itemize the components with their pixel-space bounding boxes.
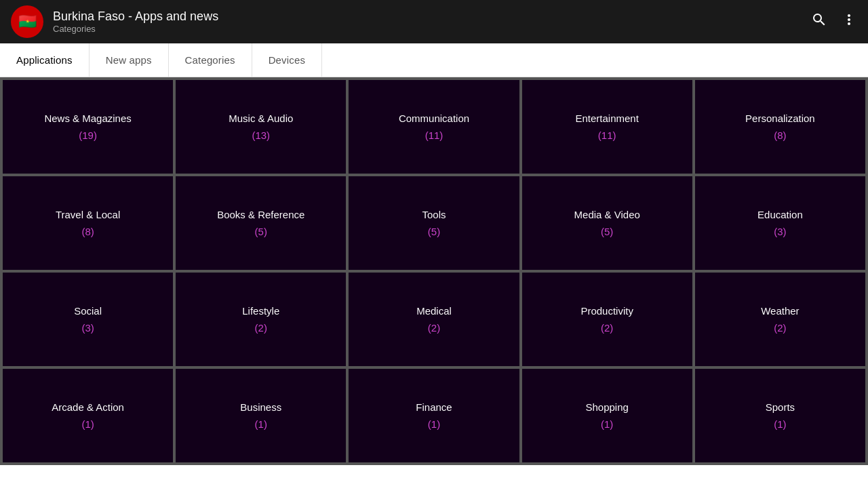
- app-logo: 🇧🇫: [11, 5, 43, 38]
- category-name: News & Magazines: [44, 113, 131, 124]
- category-card[interactable]: Personalization(8): [695, 80, 865, 174]
- category-count: (1): [601, 418, 613, 430]
- tab-new-apps[interactable]: New apps: [90, 43, 169, 77]
- category-name: Medical: [416, 305, 452, 317]
- header-title-block: Burkina Faso - Apps and news Categories: [53, 9, 218, 34]
- category-card[interactable]: Lifestyle(2): [176, 273, 346, 366]
- category-name: Tools: [422, 209, 446, 220]
- category-card[interactable]: Books & Reference(5): [176, 176, 346, 270]
- category-name: Weather: [761, 305, 799, 317]
- app-title: Burkina Faso - Apps and news: [53, 9, 218, 24]
- nav-tabs: Applications New apps Categories Devices: [0, 43, 868, 77]
- tab-applications[interactable]: Applications: [0, 43, 90, 77]
- category-card[interactable]: Productivity(2): [522, 273, 692, 366]
- category-name: Finance: [416, 401, 452, 413]
- category-name: Shopping: [585, 401, 628, 413]
- category-name: Travel & Local: [56, 209, 120, 220]
- category-count: (1): [255, 418, 267, 430]
- category-count: (3): [774, 226, 786, 237]
- category-count: (1): [428, 418, 440, 430]
- category-name: Media & Video: [574, 209, 640, 220]
- category-card[interactable]: Communication(11): [349, 80, 519, 174]
- category-name: Communication: [399, 113, 469, 124]
- category-card[interactable]: Tools(5): [349, 176, 519, 270]
- category-name: Education: [757, 209, 803, 220]
- category-count: (2): [774, 322, 786, 334]
- category-count: (1): [81, 418, 94, 430]
- app-subtitle: Categories: [53, 24, 218, 34]
- category-count: (5): [428, 226, 440, 237]
- category-card[interactable]: Media & Video(5): [522, 176, 692, 270]
- category-count: (13): [252, 129, 270, 141]
- category-card[interactable]: News & Magazines(19): [3, 80, 173, 174]
- category-name: Music & Audio: [229, 113, 293, 124]
- category-name: Sports: [766, 401, 795, 413]
- category-card[interactable]: Arcade & Action(1): [3, 369, 173, 462]
- category-count: (5): [601, 226, 613, 237]
- tab-devices[interactable]: Devices: [252, 43, 322, 77]
- header: 🇧🇫 Burkina Faso - Apps and news Categori…: [0, 0, 868, 43]
- category-count: (2): [428, 322, 440, 334]
- tab-categories[interactable]: Categories: [169, 43, 252, 77]
- category-card[interactable]: Finance(1): [349, 369, 519, 462]
- category-count: (8): [81, 226, 94, 237]
- category-card[interactable]: Sports(1): [695, 369, 865, 462]
- category-name: Lifestyle: [242, 305, 279, 317]
- search-icon[interactable]: [811, 12, 827, 32]
- category-count: (11): [598, 129, 616, 141]
- category-count: (3): [81, 322, 94, 334]
- category-name: Entertainment: [576, 113, 639, 124]
- more-options-icon[interactable]: [841, 12, 857, 32]
- category-count: (19): [79, 129, 97, 141]
- category-card[interactable]: Medical(2): [349, 273, 519, 366]
- category-name: Social: [74, 305, 102, 317]
- category-card[interactable]: Social(3): [3, 273, 173, 366]
- category-name: Business: [240, 401, 281, 413]
- category-count: (2): [255, 322, 267, 334]
- category-name: Books & Reference: [217, 209, 304, 220]
- category-card[interactable]: Business(1): [176, 369, 346, 462]
- categories-grid: News & Magazines(19)Music & Audio(13)Com…: [0, 77, 868, 465]
- header-actions: [811, 12, 857, 32]
- category-card[interactable]: Entertainment(11): [522, 80, 692, 174]
- category-card[interactable]: Weather(2): [695, 273, 865, 366]
- category-card[interactable]: Travel & Local(8): [3, 176, 173, 270]
- category-count: (8): [774, 129, 786, 141]
- category-count: (5): [255, 226, 267, 237]
- category-card[interactable]: Shopping(1): [522, 369, 692, 462]
- category-name: Arcade & Action: [52, 401, 124, 413]
- category-name: Personalization: [745, 113, 815, 124]
- category-card[interactable]: Music & Audio(13): [176, 80, 346, 174]
- category-count: (11): [425, 129, 443, 141]
- header-left: 🇧🇫 Burkina Faso - Apps and news Categori…: [11, 5, 218, 38]
- category-card[interactable]: Education(3): [695, 176, 865, 270]
- category-count: (2): [601, 322, 613, 334]
- category-count: (1): [774, 418, 786, 430]
- category-name: Productivity: [580, 305, 633, 317]
